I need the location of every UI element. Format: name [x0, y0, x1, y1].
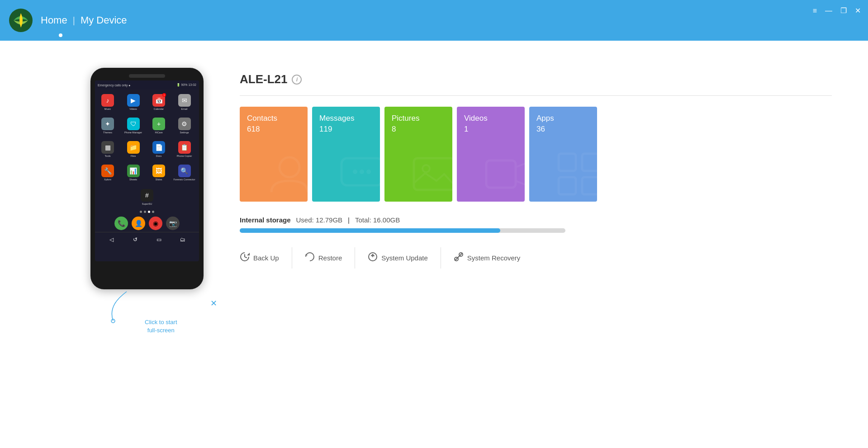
backup-button[interactable]: Back Up: [240, 247, 292, 269]
systemrecovery-button[interactable]: System Recovery: [441, 247, 533, 269]
minimize-icon[interactable]: —: [825, 7, 832, 14]
videos-app-label: Videos: [129, 108, 137, 110]
home-link[interactable]: Home: [41, 14, 67, 26]
storage-used: Used: 12.79GB: [296, 216, 343, 224]
tile-videos[interactable]: Videos 1: [457, 107, 525, 202]
docs-app-icon: 📄: [152, 141, 165, 154]
tile-pictures-bg-icon: [412, 151, 452, 202]
svg-rect-11: [582, 154, 597, 171]
tile-messages[interactable]: Messages 119: [312, 107, 380, 202]
tile-contacts[interactable]: Contacts 618: [240, 107, 308, 202]
forensic-app-label: Forensic Connector: [174, 178, 195, 181]
tile-apps[interactable]: Apps 36: [529, 107, 597, 202]
backup-label: Back Up: [253, 254, 279, 262]
callout-close[interactable]: ✕: [210, 298, 217, 308]
hicare-app-label: HiCare: [155, 131, 162, 134]
device-info-icon[interactable]: i: [292, 75, 302, 85]
dock-contacts[interactable]: 👤: [132, 217, 145, 230]
phone-home-btn[interactable]: ↺: [131, 235, 140, 244]
calendar-app-icon: 1 📅: [152, 94, 165, 107]
xplore-app-label: Xplore: [104, 178, 111, 181]
phone-app-settings[interactable]: ⚙ Settings: [174, 115, 195, 137]
svg-rect-12: [559, 177, 576, 194]
dot-1: [140, 211, 142, 213]
nav-dot: [59, 33, 62, 37]
phone-app-phonecopier[interactable]: 📋 Phone Copier: [174, 138, 195, 160]
phone-back-btn[interactable]: ◁: [107, 235, 116, 244]
sheets-app-icon: 📊: [127, 165, 140, 177]
dot-4: [152, 211, 154, 213]
phone-app-supersu[interactable]: # SuperSU: [136, 186, 158, 208]
phone-app-slides[interactable]: 🖼 Slides: [148, 162, 170, 184]
titlebar: Home | My Device ≡ — ❐ ✕: [0, 0, 868, 41]
phone-app-tools[interactable]: ▦ Tools: [97, 138, 119, 160]
phone-status-left: Emergency calls only ●: [98, 84, 130, 87]
phonecopier-app-icon: 📋: [178, 141, 191, 154]
dock-chrome[interactable]: ◉: [149, 217, 162, 230]
dot-3: [148, 211, 150, 213]
svg-rect-13: [582, 177, 597, 194]
tile-videos-label: Videos: [464, 114, 517, 123]
phone-app-calendar[interactable]: 1 📅 Calendar: [148, 91, 170, 113]
phone-app-forensic[interactable]: 🔍 Forensic Connector: [174, 162, 195, 184]
supersu-app-icon: #: [141, 189, 153, 202]
callout-text: Click to start full-screen: [145, 318, 177, 335]
phone-apps-grid: ♪ Music ▶ Videos 1 📅 Calendar: [95, 90, 199, 185]
maximize-icon[interactable]: ❐: [840, 7, 847, 14]
phone-app-music[interactable]: ♪ Music: [97, 91, 119, 113]
action-buttons: Back Up Restore: [240, 247, 832, 269]
phone-files-btn[interactable]: 🗂: [178, 235, 187, 244]
phone-statusbar: Emergency calls only ● 🔋 90% 13:02: [95, 80, 199, 90]
music-app-label: Music: [104, 108, 111, 110]
phone-app-files[interactable]: 📁 Files: [123, 138, 144, 160]
dock-camera[interactable]: 📷: [166, 217, 180, 230]
dock-phone[interactable]: 📞: [114, 217, 128, 230]
phone-app-hicare[interactable]: + HiCare: [148, 115, 170, 137]
restore-button[interactable]: Restore: [292, 247, 356, 269]
phone-app-docs[interactable]: 📄 Docs: [148, 138, 170, 160]
svg-point-2: [280, 157, 299, 177]
menu-icon[interactable]: ≡: [813, 7, 817, 14]
storage-label-row: Internal storage Used: 12.79GB | Total: …: [240, 216, 832, 224]
page-dots: [95, 209, 199, 215]
svg-rect-7: [414, 158, 452, 190]
phone-callout: Click to start full-screen ✕: [90, 289, 204, 335]
tile-pictures[interactable]: Pictures 8: [384, 107, 452, 202]
phone-app-email[interactable]: ✉ Email: [174, 91, 195, 113]
sheets-app-label: Sheets: [129, 178, 137, 181]
phone-app-xplore[interactable]: 🔧 Xplore: [97, 162, 119, 184]
svg-point-5: [360, 170, 364, 174]
device-name: ALE-L21: [240, 72, 287, 86]
phonecopier-app-label: Phone Copier: [177, 155, 192, 157]
forensic-app-icon: 🔍: [178, 165, 191, 177]
docs-app-label: Docs: [156, 155, 162, 157]
systemrecovery-label: System Recovery: [467, 254, 521, 262]
storage-bar: [240, 228, 565, 233]
phone-app-videos[interactable]: ▶ Videos: [123, 91, 144, 113]
phone-recents-btn[interactable]: ▭: [154, 235, 163, 244]
device-divider: [240, 95, 832, 96]
phone-navbar: ◁ ↺ ▭ 🗂: [95, 232, 199, 247]
phone-app-sheets[interactable]: 📊 Sheets: [123, 162, 144, 184]
phone-app-themes[interactable]: ✦ Themes: [97, 115, 119, 137]
tile-messages-count: 119: [319, 125, 373, 134]
device-title-row: ALE-L21 i: [240, 72, 832, 86]
phone-app-phonemanager[interactable]: 🛡 Phone Manager: [123, 115, 144, 137]
slides-app-icon: 🖼: [152, 165, 165, 177]
videos-app-icon: ▶: [127, 94, 140, 107]
settings-app-label: Settings: [180, 131, 189, 134]
tools-app-label: Tools: [105, 155, 111, 157]
themes-app-icon: ✦: [101, 118, 114, 130]
email-app-label: Email: [181, 108, 188, 110]
tile-apps-count: 36: [536, 125, 590, 134]
main-content: Emergency calls only ● 🔋 90% 13:02 ♪ Mus…: [0, 41, 868, 448]
close-icon[interactable]: ✕: [855, 7, 861, 14]
files-app-icon: 📁: [127, 141, 140, 154]
app-logo: [9, 9, 33, 32]
systemrecovery-icon: [454, 252, 464, 264]
svg-rect-9: [486, 160, 516, 188]
calendar-app-label: Calendar: [154, 108, 164, 110]
restore-label: Restore: [318, 254, 342, 262]
systemupdate-button[interactable]: System Update: [355, 247, 441, 269]
files-app-label: Files: [131, 155, 136, 157]
